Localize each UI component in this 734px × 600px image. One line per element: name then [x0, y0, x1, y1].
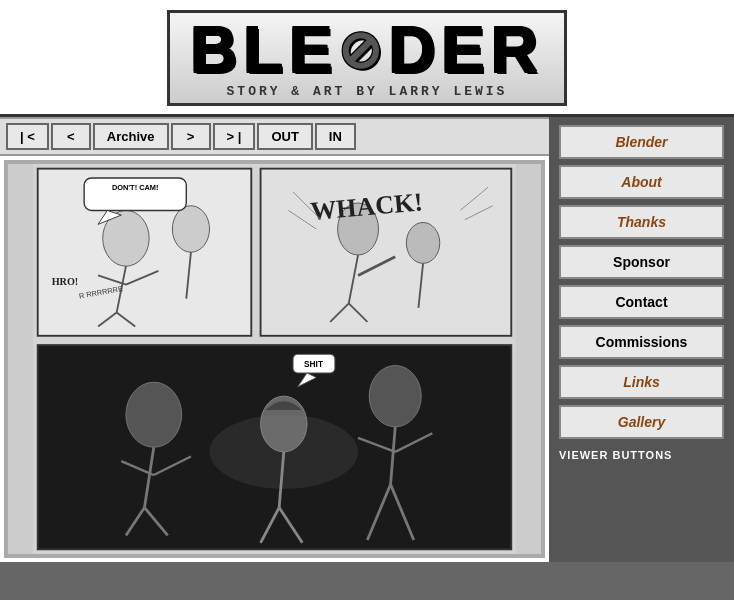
- main-layout: | < < Archive > > | OUT IN: [0, 117, 734, 562]
- svg-text:DON'T! CAM!: DON'T! CAM!: [112, 183, 159, 192]
- archive-button[interactable]: Archive: [93, 123, 169, 150]
- sidebar-item-thanks[interactable]: Thanks: [559, 205, 724, 239]
- sidebar-item-about[interactable]: About: [559, 165, 724, 199]
- sidebar-item-blender[interactable]: Blender: [559, 125, 724, 159]
- nav-bar: | < < Archive > > | OUT IN: [0, 117, 549, 156]
- svg-text:SHIT: SHIT: [304, 359, 323, 369]
- logo-d: D: [388, 17, 441, 82]
- logo-b: B: [190, 17, 243, 82]
- site-logo: B L E ⊘ D E R: [190, 17, 543, 82]
- next-page-button[interactable]: >: [171, 123, 211, 150]
- viewer-buttons-label: VIEWER BUTTONS: [559, 449, 724, 461]
- comic-panel: DON'T! CAM! WHACK!: [4, 160, 545, 558]
- gender-symbol-icon: ⊘: [338, 24, 388, 76]
- logo-container: B L E ⊘ D E R STORY & ART BY LARRY LEWIS: [167, 10, 566, 106]
- svg-point-43: [210, 415, 359, 489]
- comic-area: | < < Archive > > | OUT IN: [0, 117, 549, 562]
- first-page-button[interactable]: | <: [6, 123, 49, 150]
- sidebar-item-contact[interactable]: Contact: [559, 285, 724, 319]
- in-button[interactable]: IN: [315, 123, 356, 150]
- logo-e: E: [289, 17, 338, 82]
- logo-e2: E: [441, 17, 490, 82]
- svg-point-37: [369, 366, 421, 427]
- svg-point-19: [406, 223, 439, 264]
- logo-r: R: [491, 17, 544, 82]
- sidebar-item-sponsor[interactable]: Sponsor: [559, 245, 724, 279]
- comic-svg: DON'T! CAM! WHACK!: [8, 164, 541, 554]
- page-header: B L E ⊘ D E R STORY & ART BY LARRY LEWIS: [0, 0, 734, 117]
- sidebar-item-gallery[interactable]: Gallery: [559, 405, 724, 439]
- last-page-button[interactable]: > |: [213, 123, 256, 150]
- sidebar-item-commissions[interactable]: Commissions: [559, 325, 724, 359]
- prev-page-button[interactable]: <: [51, 123, 91, 150]
- sidebar: Blender About Thanks Sponsor Contact Com…: [549, 117, 734, 562]
- logo-l: L: [243, 17, 289, 82]
- site-subtitle: STORY & ART BY LARRY LEWIS: [190, 84, 543, 99]
- out-button[interactable]: OUT: [257, 123, 312, 150]
- sidebar-item-links[interactable]: Links: [559, 365, 724, 399]
- svg-text:HRO!: HRO!: [52, 276, 79, 287]
- svg-point-27: [126, 382, 182, 447]
- svg-point-8: [172, 206, 209, 252]
